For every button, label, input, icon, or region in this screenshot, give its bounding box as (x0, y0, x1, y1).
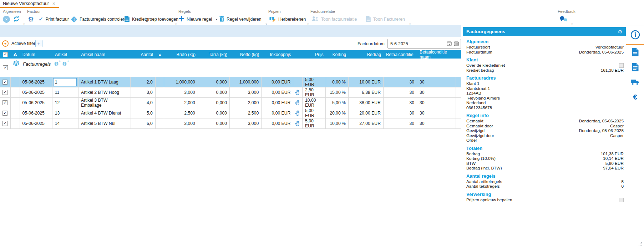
cell-bruto[interactable]: 2,000 (164, 98, 198, 108)
cell-aantal[interactable]: 2,0 (131, 77, 155, 87)
manual-price-hand-icon[interactable] (293, 108, 303, 118)
group-overflow-icon[interactable]: ▼ (265, 23, 267, 25)
cell-datum[interactable]: 05-06-2025 (20, 118, 52, 128)
cell-betaalconditie_naam[interactable]: 30 (417, 108, 456, 118)
cell-bedrag[interactable]: 6,38 EUR (349, 87, 384, 97)
cell-betaalconditie_naam[interactable]: 30 (417, 118, 456, 128)
cell-tarra[interactable]: 0,000 (198, 108, 230, 118)
cell-betaalconditie[interactable]: 30 (384, 108, 417, 118)
cell-tarra[interactable]: 0,000 (198, 98, 230, 108)
cell-bedrag[interactable]: 27,00 EUR (349, 118, 384, 128)
invoice-line-row[interactable]: 05-06-202514Artikel 5 BTW Nul6,03,0000,0… (0, 118, 461, 129)
cell-inkoopprijs[interactable]: 0,00 EUR (262, 108, 293, 118)
warning-column-icon[interactable] (11, 50, 20, 59)
column-header-tarra[interactable]: Tarra (kg) (198, 50, 230, 59)
group-overflow-icon[interactable]: ▼ (571, 23, 573, 25)
kredietgroep-toevoegen-button[interactable]: Kredietgroep toevoegen (124, 14, 178, 24)
column-header-artikel_naam[interactable]: Artikel naam (78, 50, 131, 59)
group-overflow-icon[interactable]: ▼ (409, 23, 411, 25)
factuurregels-controleren-button[interactable]: ! Factuurregels controleren (71, 14, 129, 24)
cell-warn[interactable] (11, 98, 20, 108)
strip-item-document-lines-icon[interactable] (626, 60, 644, 75)
column-header-netto[interactable]: Netto (kg) (230, 50, 262, 59)
cell-sel[interactable] (0, 98, 11, 108)
column-header-datum[interactable]: Datum (20, 50, 52, 59)
cell-bedrag[interactable]: 20,00 EUR (349, 108, 384, 118)
column-header-hand[interactable] (293, 50, 303, 59)
select-all-checkbox[interactable] (3, 52, 8, 57)
nieuwe-regel-dropdown-icon[interactable]: ▼ (215, 18, 218, 21)
panel-settings-gear-icon[interactable]: ⚙ (618, 29, 622, 35)
strip-item-document-icon[interactable] (626, 45, 644, 60)
row-checkbox[interactable] (2, 111, 7, 116)
cell-warn[interactable] (11, 108, 20, 118)
cell-betaalconditie[interactable]: 30 (384, 77, 417, 87)
cell-betaalconditie_naam[interactable]: 30 (417, 87, 456, 97)
cell-bruto[interactable]: 3,000 (164, 87, 198, 97)
column-header-betaalconditie[interactable]: Betaalconditie (384, 50, 417, 59)
cell-sel[interactable] (0, 87, 11, 97)
column-header-artikel[interactable]: Artikel (52, 50, 78, 59)
cell-netto[interactable]: 1.000,000 (230, 77, 262, 87)
cell-sel[interactable] (0, 118, 11, 128)
strip-item-info-icon[interactable] (626, 25, 644, 45)
cell-scale[interactable] (156, 87, 164, 97)
cell-bruto[interactable]: 1.000,000 (164, 77, 198, 87)
cell-artikel_naam[interactable]: Artikel 2 BTW Hoog (78, 87, 131, 97)
cell-artikel[interactable]: 13 (52, 108, 78, 118)
cell-scale[interactable] (156, 108, 164, 118)
cell-warn[interactable] (11, 77, 20, 87)
cell-datum[interactable]: 05-06-2025 (20, 98, 52, 108)
cell-inkoopprijs[interactable]: 0,00 EUR (262, 98, 293, 108)
cell-inkoopprijs[interactable]: 0,00 EUR (262, 118, 293, 128)
cell-bruto[interactable]: 2,500 (164, 108, 198, 118)
refresh-button[interactable] (13, 14, 20, 24)
cell-datum[interactable]: 05-06-2025 (20, 77, 52, 87)
group-overflow-icon[interactable]: ▼ (23, 23, 25, 25)
calendar-edit-icon[interactable] (447, 41, 452, 47)
cell-inkoopprijs[interactable]: 0,00 EUR (262, 77, 293, 87)
cell-artikel_naam[interactable]: Artikel 3 BTW Emballage (78, 98, 131, 108)
cell-betaalconditie_naam[interactable]: 30 (417, 77, 456, 87)
cell-scale[interactable] (156, 98, 164, 108)
manual-price-hand-icon[interactable] (293, 87, 303, 97)
cell-prijs[interactable]: 5,00 EUR (303, 118, 326, 128)
invoice-line-row[interactable]: 05-06-202511Artikel 2 BTW Hoog3,03,0000,… (0, 87, 461, 98)
cell-sel[interactable] (0, 77, 11, 87)
cell-aantal[interactable]: 3,0 (131, 87, 156, 97)
cell-netto[interactable]: 3,000 (230, 118, 262, 128)
column-header-bruto[interactable]: Bruto (kg) (164, 50, 198, 59)
row-checkbox[interactable] (2, 80, 7, 85)
group-row-factuurregels[interactable]: Factuurregels (0, 59, 461, 77)
row-checkbox[interactable] (2, 90, 7, 95)
cell-prijs[interactable]: 5,00 EUR (303, 77, 326, 87)
manual-price-hand-icon[interactable] (293, 98, 303, 108)
resize-grip-icon[interactable] (638, 241, 642, 247)
cell-datum[interactable]: 05-06-2025 (20, 108, 52, 118)
collapse-groups-icon[interactable] (62, 62, 67, 66)
calendar-icon[interactable] (454, 41, 459, 47)
cell-prijs[interactable]: 2,50 EUR (303, 87, 326, 97)
tab-close-icon[interactable]: ✕ (52, 1, 55, 6)
artikel-edit-input[interactable] (53, 78, 77, 86)
cell-warn[interactable] (11, 87, 20, 97)
cell-artikel_naam[interactable]: Artikel 5 BTW Nul (78, 118, 131, 128)
column-header-betaalconditie_naam[interactable]: Betaalconditie naam (417, 50, 456, 59)
cell-warn[interactable] (11, 118, 20, 128)
cell-artikel[interactable] (52, 77, 78, 87)
group-overflow-icon[interactable]: ▼ (307, 23, 309, 25)
strip-item-euro-icon[interactable]: € (626, 90, 644, 105)
cell-aantal[interactable]: 4,0 (131, 98, 156, 108)
cell-betaalconditie[interactable]: 30 (384, 87, 417, 97)
cell-bedrag[interactable]: 10,00 EUR (349, 77, 384, 87)
settings-button[interactable]: ⚙ (28, 14, 34, 24)
cell-bruto[interactable]: 3,000 (164, 118, 198, 128)
column-header-sel[interactable] (0, 50, 11, 59)
cell-scale[interactable] (156, 77, 164, 87)
cell-prijs[interactable]: 10,00 EUR (303, 98, 326, 108)
herberekenen-button[interactable]: $ Herberekenen (269, 14, 306, 24)
manual-price-hand-icon[interactable] (293, 118, 303, 128)
cell-korting[interactable]: 15,00 % (326, 87, 348, 97)
cell-hand[interactable] (293, 77, 303, 87)
cell-aantal[interactable]: 6,0 (131, 118, 156, 128)
